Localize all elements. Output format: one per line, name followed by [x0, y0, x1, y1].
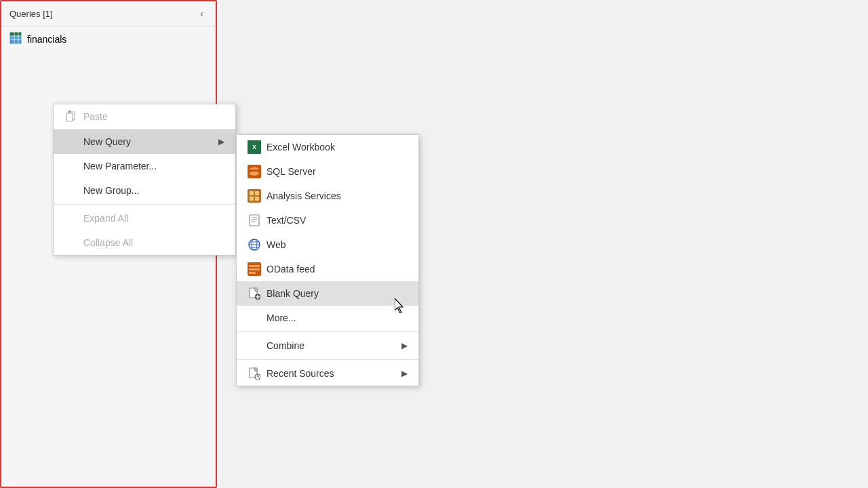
- recent-sources-item[interactable]: Recent Sources ▶: [237, 361, 418, 386]
- more-item[interactable]: More...: [237, 306, 418, 330]
- submenu-divider-2: [237, 359, 418, 360]
- odata-icon: [248, 262, 261, 276]
- paste-menu-item[interactable]: Paste: [54, 104, 235, 129]
- new-query-icon: [64, 135, 78, 148]
- svg-rect-17: [255, 197, 259, 201]
- new-parameter-icon: [64, 159, 78, 173]
- collapse-all-label: Collapse All: [83, 237, 133, 248]
- new-group-menu-item[interactable]: New Group...: [54, 178, 235, 203]
- paste-icon: [64, 110, 78, 123]
- new-parameter-label: New Parameter...: [83, 161, 157, 171]
- svg-rect-30: [249, 272, 256, 274]
- svg-marker-37: [255, 368, 258, 371]
- sidebar-header: Queries [1] ‹: [1, 1, 216, 26]
- svg-rect-14: [250, 191, 254, 195]
- web-icon: [248, 238, 261, 251]
- expand-all-icon: [64, 211, 78, 225]
- sql-server-item[interactable]: SQL Server: [237, 159, 418, 184]
- more-label: More...: [267, 312, 296, 323]
- blank-query-item[interactable]: Blank Query: [237, 281, 418, 306]
- more-icon: [248, 311, 261, 325]
- new-group-icon: [64, 184, 78, 197]
- collapse-all-menu-item[interactable]: Collapse All: [54, 230, 235, 255]
- new-group-label: New Group...: [83, 185, 139, 196]
- analysis-services-label: Analysis Services: [267, 190, 341, 201]
- svg-rect-13: [248, 189, 261, 203]
- recent-sources-label: Recent Sources: [267, 368, 334, 379]
- expand-all-menu-item[interactable]: Expand All: [54, 206, 235, 230]
- combine-item[interactable]: Combine ▶: [237, 333, 418, 358]
- paste-label: Paste: [83, 111, 108, 122]
- sql-icon: [248, 165, 261, 178]
- new-query-label: New Query: [83, 136, 131, 147]
- new-query-menu-item[interactable]: New Query ▶: [54, 129, 235, 154]
- analysis-services-item[interactable]: Analysis Services: [237, 184, 418, 208]
- svg-rect-28: [249, 265, 260, 267]
- excel-workbook-item[interactable]: X Excel Workbook: [237, 135, 418, 159]
- svg-rect-7: [66, 113, 73, 121]
- table-icon: [9, 32, 22, 46]
- web-label: Web: [267, 239, 286, 250]
- new-query-arrow-icon: ▶: [218, 137, 224, 146]
- blank-icon: [248, 287, 261, 300]
- combine-label: Combine: [267, 340, 304, 351]
- text-csv-label: Text/CSV: [267, 215, 306, 226]
- sidebar-item-label: financials: [27, 34, 66, 45]
- analysis-icon: [248, 189, 261, 203]
- odata-feed-item[interactable]: OData feed: [237, 257, 418, 281]
- excel-icon: X: [248, 140, 261, 154]
- combine-arrow-icon: ▶: [401, 341, 408, 350]
- svg-rect-29: [249, 268, 260, 270]
- context-menu: Paste New Query ▶ New Parameter... New G…: [53, 104, 236, 256]
- collapse-all-icon: [64, 236, 78, 249]
- svg-point-12: [250, 171, 259, 176]
- submenu-divider-1: [237, 331, 418, 332]
- svg-rect-15: [255, 191, 259, 195]
- svg-rect-18: [250, 215, 259, 226]
- svg-rect-1: [10, 33, 21, 36]
- text-icon: [248, 214, 261, 227]
- svg-rect-8: [68, 110, 71, 113]
- recent-sources-arrow-icon: ▶: [401, 369, 408, 378]
- sql-server-label: SQL Server: [267, 166, 316, 177]
- recent-icon: [248, 367, 261, 380]
- combine-icon: [248, 339, 261, 352]
- blank-query-label: Blank Query: [267, 288, 319, 299]
- sidebar-collapse-button[interactable]: ‹: [196, 7, 208, 20]
- web-item[interactable]: Web: [237, 232, 418, 257]
- new-query-submenu: X Excel Workbook SQL Server Analys: [236, 134, 419, 386]
- expand-all-label: Expand All: [83, 213, 128, 224]
- svg-rect-16: [250, 197, 254, 201]
- svg-marker-32: [255, 288, 258, 291]
- odata-feed-label: OData feed: [267, 264, 315, 274]
- menu-divider-1: [54, 204, 235, 205]
- sidebar-item-financials[interactable]: financials: [1, 26, 216, 52]
- text-csv-item[interactable]: Text/CSV: [237, 208, 418, 232]
- excel-workbook-label: Excel Workbook: [267, 142, 335, 152]
- new-parameter-menu-item[interactable]: New Parameter...: [54, 154, 235, 178]
- sidebar-title: Queries [1]: [9, 9, 53, 19]
